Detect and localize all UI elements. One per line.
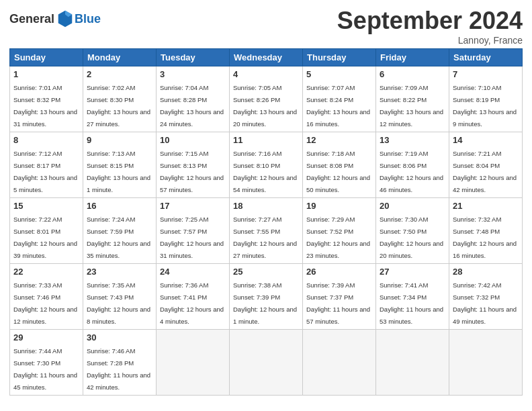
day-number: 25 — [233, 267, 299, 277]
col-wednesday: Wednesday — [230, 49, 303, 66]
day-number: 15 — [13, 201, 79, 211]
table-row: 24 Sunrise: 7:36 AMSunset: 7:41 PMDaylig… — [157, 264, 230, 330]
day-info: Sunrise: 7:33 AMSunset: 7:46 PMDaylight:… — [13, 281, 77, 325]
day-number: 14 — [453, 135, 519, 145]
day-number: 24 — [160, 267, 226, 277]
table-row — [303, 330, 376, 396]
day-info: Sunrise: 7:13 AMSunset: 8:15 PMDaylight:… — [87, 150, 150, 193]
day-number: 2 — [87, 69, 152, 79]
day-info: Sunrise: 7:42 AMSunset: 7:32 PMDaylight:… — [453, 281, 517, 325]
table-row: 22 Sunrise: 7:33 AMSunset: 7:46 PMDaylig… — [10, 264, 83, 330]
table-row: 28 Sunrise: 7:42 AMSunset: 7:32 PMDaylig… — [449, 264, 523, 330]
week-row-4: 22 Sunrise: 7:33 AMSunset: 7:46 PMDaylig… — [10, 264, 523, 330]
day-number: 8 — [13, 135, 79, 145]
day-number: 11 — [233, 135, 299, 145]
day-info: Sunrise: 7:16 AMSunset: 8:10 PMDaylight:… — [233, 150, 297, 193]
location: Lannoy, France — [337, 35, 523, 46]
day-info: Sunrise: 7:05 AMSunset: 8:26 PMDaylight:… — [233, 84, 297, 128]
table-row: 11 Sunrise: 7:16 AMSunset: 8:10 PMDaylig… — [230, 132, 303, 198]
day-info: Sunrise: 7:19 AMSunset: 8:06 PMDaylight:… — [380, 150, 443, 193]
day-info: Sunrise: 7:25 AMSunset: 7:57 PMDaylight:… — [160, 216, 224, 259]
day-info: Sunrise: 7:36 AMSunset: 7:41 PMDaylight:… — [160, 281, 224, 325]
col-tuesday: Tuesday — [157, 49, 230, 66]
day-info: Sunrise: 7:41 AMSunset: 7:34 PMDaylight:… — [380, 281, 443, 325]
col-thursday: Thursday — [303, 49, 376, 66]
table-row: 2 Sunrise: 7:02 AMSunset: 8:30 PMDayligh… — [83, 66, 157, 132]
table-row: 19 Sunrise: 7:29 AMSunset: 7:52 PMDaylig… — [303, 198, 376, 264]
calendar-table: Sunday Monday Tuesday Wednesday Thursday… — [9, 48, 523, 396]
day-number: 30 — [87, 332, 152, 342]
table-row: 6 Sunrise: 7:09 AMSunset: 8:22 PMDayligh… — [376, 66, 449, 132]
table-row: 20 Sunrise: 7:30 AMSunset: 7:50 PMDaylig… — [376, 198, 449, 264]
table-row — [157, 330, 230, 396]
day-number: 16 — [87, 201, 152, 211]
col-sunday: Sunday — [10, 49, 83, 66]
table-row — [449, 330, 523, 396]
week-row-1: 1 Sunrise: 7:01 AMSunset: 8:32 PMDayligh… — [10, 66, 523, 132]
col-saturday: Saturday — [449, 49, 523, 66]
day-number: 12 — [306, 135, 372, 145]
day-number: 3 — [160, 69, 226, 79]
header-row: Sunday Monday Tuesday Wednesday Thursday… — [10, 49, 523, 66]
logo-general: General — [9, 12, 54, 26]
day-info: Sunrise: 7:09 AMSunset: 8:22 PMDaylight:… — [380, 84, 443, 128]
table-row: 3 Sunrise: 7:04 AMSunset: 8:28 PMDayligh… — [157, 66, 230, 132]
day-info: Sunrise: 7:27 AMSunset: 7:55 PMDaylight:… — [233, 216, 297, 259]
day-number: 18 — [233, 201, 299, 211]
day-number: 20 — [380, 201, 445, 211]
day-number: 13 — [380, 135, 445, 145]
col-monday: Monday — [83, 49, 157, 66]
table-row: 18 Sunrise: 7:27 AMSunset: 7:55 PMDaylig… — [230, 198, 303, 264]
month-title: September 2024 — [337, 7, 523, 35]
table-row: 14 Sunrise: 7:21 AMSunset: 8:04 PMDaylig… — [449, 132, 523, 198]
day-number: 19 — [306, 201, 372, 211]
table-row: 23 Sunrise: 7:35 AMSunset: 7:43 PMDaylig… — [83, 264, 157, 330]
week-row-2: 8 Sunrise: 7:12 AMSunset: 8:17 PMDayligh… — [10, 132, 523, 198]
table-row: 7 Sunrise: 7:10 AMSunset: 8:19 PMDayligh… — [449, 66, 523, 132]
table-row: 15 Sunrise: 7:22 AMSunset: 8:01 PMDaylig… — [10, 198, 83, 264]
logo-blue: Blue — [75, 12, 101, 26]
day-info: Sunrise: 7:46 AMSunset: 7:28 PMDaylight:… — [87, 347, 150, 391]
day-number: 4 — [233, 69, 299, 79]
table-row: 17 Sunrise: 7:25 AMSunset: 7:57 PMDaylig… — [157, 198, 230, 264]
day-number: 7 — [453, 69, 519, 79]
table-row: 16 Sunrise: 7:24 AMSunset: 7:59 PMDaylig… — [83, 198, 157, 264]
day-number: 21 — [453, 201, 519, 211]
day-number: 10 — [160, 135, 226, 145]
table-row: 27 Sunrise: 7:41 AMSunset: 7:34 PMDaylig… — [376, 264, 449, 330]
day-info: Sunrise: 7:02 AMSunset: 8:30 PMDaylight:… — [87, 84, 150, 128]
day-info: Sunrise: 7:39 AMSunset: 7:37 PMDaylight:… — [306, 281, 370, 325]
table-row: 21 Sunrise: 7:32 AMSunset: 7:48 PMDaylig… — [449, 198, 523, 264]
day-number: 22 — [13, 267, 79, 277]
week-row-5: 29 Sunrise: 7:44 AMSunset: 7:30 PMDaylig… — [10, 330, 523, 396]
day-info: Sunrise: 7:44 AMSunset: 7:30 PMDaylight:… — [13, 347, 77, 391]
day-info: Sunrise: 7:15 AMSunset: 8:13 PMDaylight:… — [160, 150, 224, 193]
table-row: 5 Sunrise: 7:07 AMSunset: 8:24 PMDayligh… — [303, 66, 376, 132]
week-row-3: 15 Sunrise: 7:22 AMSunset: 8:01 PMDaylig… — [10, 198, 523, 264]
table-row: 1 Sunrise: 7:01 AMSunset: 8:32 PMDayligh… — [10, 66, 83, 132]
table-row — [376, 330, 449, 396]
day-number: 27 — [380, 267, 445, 277]
table-row: 26 Sunrise: 7:39 AMSunset: 7:37 PMDaylig… — [303, 264, 376, 330]
table-row: 13 Sunrise: 7:19 AMSunset: 8:06 PMDaylig… — [376, 132, 449, 198]
day-info: Sunrise: 7:21 AMSunset: 8:04 PMDaylight:… — [453, 150, 517, 193]
day-number: 1 — [13, 69, 79, 79]
day-info: Sunrise: 7:29 AMSunset: 7:52 PMDaylight:… — [306, 216, 370, 259]
day-number: 6 — [380, 69, 445, 79]
table-row: 29 Sunrise: 7:44 AMSunset: 7:30 PMDaylig… — [10, 330, 83, 396]
table-row: 25 Sunrise: 7:38 AMSunset: 7:39 PMDaylig… — [230, 264, 303, 330]
day-info: Sunrise: 7:22 AMSunset: 8:01 PMDaylight:… — [13, 216, 77, 259]
day-info: Sunrise: 7:30 AMSunset: 7:50 PMDaylight:… — [380, 216, 443, 259]
table-row: 30 Sunrise: 7:46 AMSunset: 7:28 PMDaylig… — [83, 330, 157, 396]
day-info: Sunrise: 7:18 AMSunset: 8:08 PMDaylight:… — [306, 150, 370, 193]
calendar-container: General Blue September 2024 Lannoy, Fran… — [0, 0, 532, 402]
day-number: 28 — [453, 267, 519, 277]
day-number: 26 — [306, 267, 372, 277]
table-row — [230, 330, 303, 396]
day-info: Sunrise: 7:04 AMSunset: 8:28 PMDaylight:… — [160, 84, 224, 128]
table-row: 12 Sunrise: 7:18 AMSunset: 8:08 PMDaylig… — [303, 132, 376, 198]
day-info: Sunrise: 7:01 AMSunset: 8:32 PMDaylight:… — [13, 84, 77, 128]
header: General Blue September 2024 Lannoy, Fran… — [9, 7, 523, 46]
day-number: 23 — [87, 267, 152, 277]
day-info: Sunrise: 7:07 AMSunset: 8:24 PMDaylight:… — [306, 84, 370, 128]
